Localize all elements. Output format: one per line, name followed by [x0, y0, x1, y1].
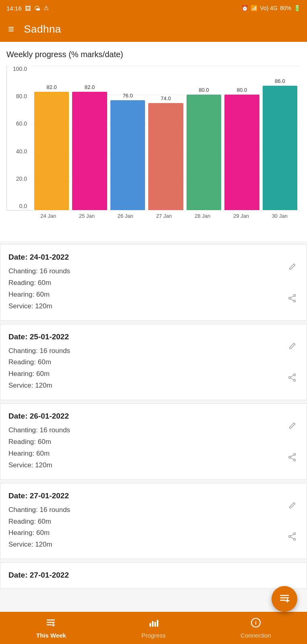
- svg-text:i: i: [255, 620, 257, 626]
- svg-point-1: [294, 300, 296, 302]
- entry-details: Chanting: 16 rounds Reading: 60m Hearing…: [8, 504, 299, 551]
- svg-rect-30: [149, 623, 151, 627]
- bars-wrapper: 82.082.076.074.080.080.086.0: [31, 66, 301, 210]
- y-axis-label: 40.0: [16, 148, 27, 155]
- svg-rect-33: [157, 620, 158, 627]
- nav-item-progress[interactable]: Progress: [102, 612, 205, 644]
- entry-actions: [284, 245, 300, 320]
- edit-button[interactable]: [284, 338, 300, 354]
- y-axis-label: 80.0: [16, 93, 27, 99]
- entry-date: Date: 27-01-2022: [8, 491, 299, 500]
- bar-value-label: 74.0: [161, 95, 171, 101]
- bar-group: 82.0: [72, 66, 107, 210]
- bar-group: 80.0: [224, 66, 259, 210]
- x-axis-label: 30 Jan: [262, 211, 297, 219]
- svg-rect-21: [280, 597, 289, 599]
- svg-line-13: [290, 455, 294, 457]
- signal-icon: Vo) 4G: [260, 5, 278, 11]
- entry-date: Date: 25-01-2022: [8, 332, 299, 341]
- app-title: Sadhna: [24, 23, 61, 35]
- battery-display: 80%: [280, 5, 291, 11]
- entry-date: Date: 24-01-2022: [8, 253, 299, 262]
- entry-card: Date: 25-01-2022 Chanting: 16 rounds Rea…: [0, 324, 307, 400]
- nav-item-connection[interactable]: i Connection: [205, 612, 307, 644]
- chart-container: 100.080.060.040.020.00.0 82.082.076.074.…: [6, 66, 301, 235]
- chart-title: Weekly progress (% marks/date): [6, 50, 301, 59]
- status-right: ⏰ 📶 Vo) 4G 80% 🔋: [241, 5, 301, 11]
- share-button[interactable]: [284, 449, 300, 465]
- share-button[interactable]: [284, 290, 300, 306]
- svg-rect-22: [280, 600, 286, 601]
- progress-icon: [148, 617, 159, 630]
- weather-icon: 🌤: [34, 5, 40, 12]
- fab-icon: [278, 592, 290, 607]
- svg-point-2: [289, 297, 291, 299]
- share-button[interactable]: [284, 528, 300, 545]
- battery-icon: 🔋: [294, 5, 301, 11]
- entry-details: Chanting: 16 rounds Reading: 60m Hearing…: [8, 345, 299, 392]
- svg-point-7: [289, 377, 291, 379]
- bar-value-label: 82.0: [47, 84, 57, 90]
- partial-entry-date: Date: 27-01-2022: [8, 571, 299, 580]
- entry-card: Date: 24-01-2022 Chanting: 16 rounds Rea…: [0, 244, 307, 321]
- x-axis-label: 28 Jan: [185, 211, 220, 219]
- entry-details: Chanting: 16 rounds Reading: 60m Hearing…: [8, 266, 299, 312]
- this-week-icon: [46, 617, 56, 630]
- svg-point-17: [289, 536, 291, 538]
- x-axis-label: 27 Jan: [146, 211, 182, 219]
- bar-group: 86.0: [263, 66, 297, 210]
- svg-point-6: [294, 380, 296, 382]
- svg-rect-31: [152, 621, 154, 627]
- edit-button[interactable]: [284, 259, 300, 275]
- x-axis-label: 29 Jan: [224, 211, 259, 219]
- bar-value-label: 80.0: [199, 87, 209, 93]
- svg-line-8: [290, 375, 294, 377]
- svg-point-10: [294, 453, 296, 455]
- hamburger-icon[interactable]: ≡: [8, 24, 14, 34]
- entry-actions: [284, 324, 300, 400]
- bar-rect: [187, 95, 221, 210]
- svg-line-18: [290, 535, 294, 537]
- svg-point-0: [294, 294, 296, 296]
- fab-button[interactable]: [272, 586, 297, 612]
- svg-line-14: [290, 458, 294, 460]
- nav-label-this-week: This Week: [36, 632, 66, 639]
- svg-point-16: [294, 539, 296, 541]
- bar-group: 82.0: [34, 66, 69, 210]
- y-axis-label: 0.0: [19, 203, 27, 209]
- entry-card-partial: Date: 27-01-2022: [0, 562, 307, 589]
- x-axis-label: 24 Jan: [31, 211, 66, 219]
- bar-value-label: 82.0: [85, 84, 95, 90]
- bar-rect: [148, 103, 183, 210]
- svg-point-11: [294, 459, 296, 461]
- y-axis: 100.080.060.040.020.00.0: [7, 66, 30, 210]
- svg-rect-25: [47, 619, 55, 621]
- wifi-icon: 📶: [251, 5, 257, 11]
- bar-rect: [263, 86, 297, 210]
- top-bar: ≡ Sadhna: [0, 16, 307, 42]
- edit-button[interactable]: [284, 497, 300, 514]
- gridline: [31, 210, 301, 211]
- edit-button[interactable]: [284, 418, 300, 434]
- y-axis-label: 20.0: [16, 175, 27, 182]
- entries-container: Date: 24-01-2022 Chanting: 16 rounds Rea…: [0, 244, 307, 559]
- status-bar: 14:16 🖼 🌤 ⚠ ⏰ 📶 Vo) 4G 80% 🔋: [0, 0, 307, 16]
- bottom-nav: This Week Progress i Connection: [0, 612, 307, 644]
- bar-rect: [224, 95, 259, 210]
- svg-rect-24: [285, 600, 290, 601]
- entry-card: Date: 26-01-2022 Chanting: 16 rounds Rea…: [0, 403, 307, 480]
- alert-icon: ⚠: [44, 4, 49, 12]
- x-axis-label: 26 Jan: [108, 211, 143, 219]
- entry-date: Date: 26-01-2022: [8, 412, 299, 421]
- y-axis-label: 60.0: [16, 120, 27, 127]
- svg-line-9: [290, 378, 294, 380]
- entry-actions: [284, 404, 300, 479]
- svg-line-19: [290, 537, 294, 539]
- bar-value-label: 80.0: [237, 87, 247, 93]
- y-axis-label: 100.0: [13, 66, 27, 72]
- entry-card: Date: 27-01-2022 Chanting: 16 rounds Rea…: [0, 483, 307, 559]
- nav-item-this-week[interactable]: This Week: [0, 612, 102, 644]
- bar-group: 74.0: [148, 66, 183, 210]
- share-button[interactable]: [284, 369, 300, 386]
- photo-icon: 🖼: [25, 5, 31, 12]
